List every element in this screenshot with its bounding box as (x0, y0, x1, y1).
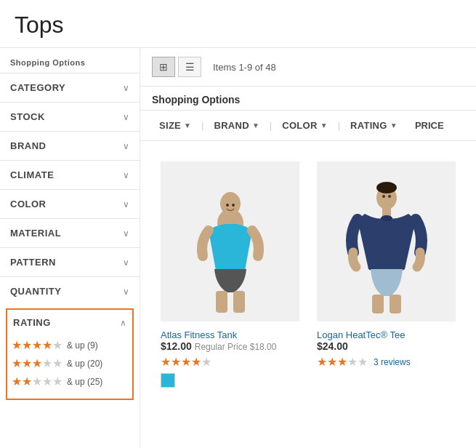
rating-row-2[interactable]: ★★★★★& up (25) (12, 375, 128, 388)
filled-star-icon: ★ (22, 356, 32, 370)
product-image (161, 161, 299, 321)
svg-point-8 (232, 204, 235, 207)
sidebar-filter-label-pattern: PATTERN (10, 257, 56, 268)
chevron-down-icon: ∨ (123, 112, 129, 122)
sidebar-filter-label-climate: CLIMATE (10, 169, 54, 180)
sidebar-filter-stock[interactable]: STOCK ∨ (0, 102, 140, 131)
products-grid: Atlas Fitness Tank $12.00 Regular Price … (140, 141, 476, 408)
filter-label-brand: BRAND (214, 120, 249, 131)
list-view-button[interactable]: ☰ (178, 57, 201, 77)
filter-btn-brand[interactable]: BRAND▼ (206, 116, 267, 135)
star-icon: ★ (171, 355, 181, 369)
svg-rect-2 (226, 214, 235, 223)
filter-label-size: SIZE (159, 120, 181, 131)
sidebar-filter-climate[interactable]: CLIMATE ∨ (0, 160, 140, 189)
sidebar-filter-label-material: MATERIAL (10, 228, 61, 239)
rating-filter-header[interactable]: RATING ∧ (7, 310, 132, 335)
grid-view-button[interactable]: ⊞ (152, 57, 175, 77)
chevron-down-icon: ▼ (184, 121, 191, 129)
svg-point-7 (226, 204, 229, 207)
empty-star-icon: ★ (32, 375, 42, 388)
sidebar-filter-label-color: COLOR (10, 199, 46, 209)
chevron-down-icon: ∨ (123, 141, 129, 151)
item-count: Items 1-9 of 48 (213, 62, 276, 73)
filled-star-icon: ★ (22, 338, 32, 352)
filter-label-rating: RATING (350, 120, 387, 131)
sidebar-filter-material[interactable]: MATERIAL ∨ (0, 218, 140, 247)
sidebar-filter-category[interactable]: CATEGORY ∨ (0, 73, 140, 102)
svg-rect-3 (223, 224, 227, 231)
svg-rect-6 (233, 291, 245, 313)
product-price: $12.00 Regular Price $18.00 (161, 340, 299, 352)
svg-rect-5 (216, 291, 227, 313)
filter-divider: | (270, 121, 272, 131)
star-icon: ★ (347, 355, 358, 369)
chevron-down-icon: ▼ (320, 121, 328, 129)
product-card-logan-heattec-tee: Logan HeatTec® Tee $24.00 ★★★★★ 3 review… (308, 153, 464, 396)
main-toolbar: ⊞ ☰ Items 1-9 of 48 (140, 48, 476, 87)
filter-btn-size[interactable]: SIZE▼ (152, 116, 198, 135)
color-swatch[interactable] (161, 373, 175, 388)
rating-filter-wrapper: RATING ∧ ★★★★★& up (9)★★★★★& up (20)★★★★… (6, 308, 134, 400)
svg-rect-4 (233, 224, 238, 231)
product-name[interactable]: Atlas Fitness Tank (161, 329, 237, 340)
sidebar-filter-color[interactable]: COLOR ∨ (0, 189, 140, 218)
filled-star-icon: ★ (12, 375, 22, 388)
rating-stars: ★★★★★ (12, 375, 62, 388)
sidebar-filter-label-quantity: QUANTITY (10, 286, 61, 297)
sidebar: Shopping Options CATEGORY ∨ STOCK ∨ BRAN… (0, 48, 140, 448)
list-icon: ☰ (185, 61, 195, 73)
regular-price: Regular Price $18.00 (195, 342, 277, 352)
empty-star-icon: ★ (52, 338, 62, 352)
product-name[interactable]: Logan HeatTec® Tee (317, 329, 405, 340)
filled-star-icon: ★ (22, 375, 32, 388)
svg-rect-12 (372, 295, 384, 313)
sidebar-filter-quantity[interactable]: QUANTITY ∨ (0, 276, 140, 305)
svg-point-15 (388, 195, 391, 198)
price-filter-label: PRICE (408, 116, 451, 135)
rating-options: ★★★★★& up (9)★★★★★& up (20)★★★★★& up (25… (7, 335, 132, 399)
star-icon: ★ (358, 355, 368, 369)
filter-bar: SIZE▼|BRAND▼|COLOR▼|RATING▼PRICE (140, 111, 476, 141)
review-count[interactable]: 3 reviews (374, 357, 411, 367)
chevron-down-icon: ∨ (123, 287, 129, 297)
rating-row-0[interactable]: ★★★★★& up (9) (12, 338, 128, 352)
product-stars: ★★★★★ (317, 355, 368, 369)
sidebar-filter-pattern[interactable]: PATTERN ∨ (0, 247, 140, 276)
chevron-down-icon: ∨ (123, 170, 129, 180)
main-shopping-options-label: Shopping Options (140, 87, 476, 111)
filter-btn-color[interactable]: COLOR▼ (275, 116, 335, 135)
filter-label-color: COLOR (282, 120, 317, 131)
svg-point-1 (220, 192, 241, 215)
filter-divider: | (201, 121, 203, 131)
product-image (317, 161, 456, 321)
filled-star-icon: ★ (42, 338, 52, 352)
product-stars: ★★★★★ (161, 355, 211, 369)
sidebar-filter-label-stock: STOCK (10, 111, 45, 122)
rating-label: & up (25) (67, 377, 102, 387)
sidebar-filter-brand[interactable]: BRAND ∨ (0, 131, 140, 160)
filter-divider: | (338, 121, 340, 131)
chevron-down-icon: ∨ (123, 83, 129, 93)
star-icon: ★ (337, 355, 347, 369)
product-rating: ★★★★★ 3 reviews (317, 355, 456, 369)
star-icon: ★ (317, 355, 327, 369)
empty-star-icon: ★ (42, 375, 52, 388)
sidebar-filters: CATEGORY ∨ STOCK ∨ BRAND ∨ CLIMATE ∨ COL… (0, 73, 140, 305)
rating-stars: ★★★★★ (12, 356, 62, 370)
rating-stars: ★★★★★ (12, 338, 62, 352)
grid-icon: ⊞ (159, 61, 168, 73)
empty-star-icon: ★ (42, 356, 52, 370)
star-icon: ★ (201, 355, 211, 369)
sidebar-filter-label-brand: BRAND (10, 140, 46, 151)
content-area: Shopping Options CATEGORY ∨ STOCK ∨ BRAN… (0, 48, 476, 448)
filled-star-icon: ★ (12, 338, 22, 352)
filter-btn-rating[interactable]: RATING▼ (343, 116, 405, 135)
filled-star-icon: ★ (12, 356, 22, 370)
chevron-down-icon: ∨ (123, 257, 129, 268)
product-rating: ★★★★★ (161, 355, 299, 369)
rating-row-1[interactable]: ★★★★★& up (20) (12, 356, 128, 370)
empty-star-icon: ★ (52, 356, 62, 370)
chevron-down-icon: ▼ (390, 121, 398, 129)
svg-point-14 (382, 195, 385, 198)
